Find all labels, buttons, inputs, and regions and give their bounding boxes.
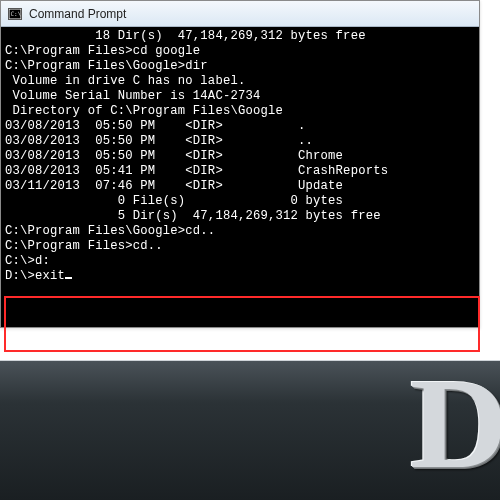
cursor <box>65 269 72 279</box>
terminal-line: 03/08/2013 05:50 PM <DIR> .. <box>5 134 475 149</box>
terminal-line: 18 Dir(s) 47,184,269,312 bytes free <box>5 29 475 44</box>
window-title: Command Prompt <box>29 7 126 21</box>
terminal-line: 03/11/2013 07:46 PM <DIR> Update <box>5 179 475 194</box>
terminal-line: 03/08/2013 05:41 PM <DIR> CrashReports <box>5 164 475 179</box>
terminal-line: C:\Program Files\Google>dir <box>5 59 475 74</box>
terminal-output[interactable]: 18 Dir(s) 47,184,269,312 bytes freeC:\Pr… <box>1 27 479 327</box>
desktop-letter: D <box>410 348 500 498</box>
command-prompt-window: C:\ Command Prompt 18 Dir(s) 47,184,269,… <box>0 0 480 328</box>
terminal-line: Directory of C:\Program Files\Google <box>5 104 475 119</box>
terminal-line: 03/08/2013 05:50 PM <DIR> Chrome <box>5 149 475 164</box>
svg-text:C:\: C:\ <box>11 10 22 17</box>
terminal-line: C:\Program Files\Google>cd.. <box>5 224 475 239</box>
cmd-icon: C:\ <box>7 6 23 22</box>
terminal-line: Volume in drive C has no label. <box>5 74 475 89</box>
terminal-line: D:\>exit <box>5 269 475 284</box>
terminal-line: C:\>d: <box>5 254 475 269</box>
terminal-line: 0 File(s) 0 bytes <box>5 194 475 209</box>
terminal-line: C:\Program Files>cd google <box>5 44 475 59</box>
terminal-line: C:\Program Files>cd.. <box>5 239 475 254</box>
titlebar[interactable]: C:\ Command Prompt <box>1 1 479 27</box>
terminal-line: 03/08/2013 05:50 PM <DIR> . <box>5 119 475 134</box>
terminal-line: Volume Serial Number is 14AC-2734 <box>5 89 475 104</box>
terminal-line: 5 Dir(s) 47,184,269,312 bytes free <box>5 209 475 224</box>
